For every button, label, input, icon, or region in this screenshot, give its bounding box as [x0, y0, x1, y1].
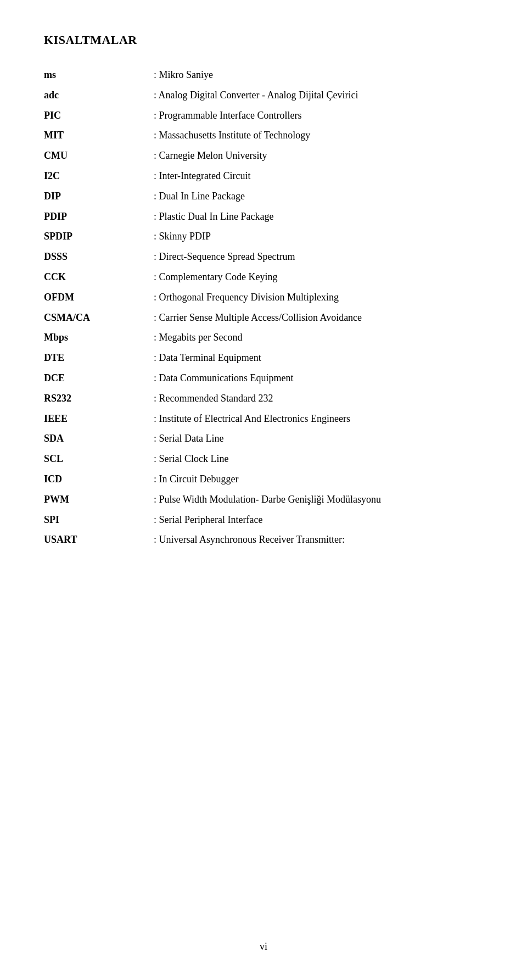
abbreviations-table: ms: Mikro Saniyeadc: Analog Digital Conv…	[44, 65, 483, 550]
table-row: DCE: Data Communications Equipment	[44, 368, 483, 388]
abbr-definition: : In Circuit Debugger	[154, 469, 483, 489]
table-row: ICD: In Circuit Debugger	[44, 469, 483, 489]
abbr-term: PDIP	[44, 207, 154, 227]
abbr-term: USART	[44, 530, 154, 550]
abbr-term: OFDM	[44, 287, 154, 308]
abbr-definition: : Plastic Dual In Line Package	[154, 207, 483, 227]
abbr-definition: : Carrier Sense Multiple Access/Collisio…	[154, 308, 483, 328]
abbr-term: Mbps	[44, 327, 154, 348]
table-row: PDIP: Plastic Dual In Line Package	[44, 207, 483, 227]
abbr-definition: : Carnegie Melon University	[154, 146, 483, 166]
abbr-term: CMU	[44, 146, 154, 166]
table-row: MIT: Massachusetts Institute of Technolo…	[44, 125, 483, 146]
table-row: IEEE: Institute of Electrical And Electr…	[44, 409, 483, 429]
abbr-definition: : Serial Peripheral Interface	[154, 510, 483, 530]
abbr-definition: : Programmable Interface Controllers	[154, 105, 483, 126]
abbr-definition: : Institute of Electrical And Electronic…	[154, 409, 483, 429]
abbr-definition: : Recommended Standard 232	[154, 388, 483, 409]
abbr-definition: : Direct-Sequence Spread Spectrum	[154, 247, 483, 267]
table-row: Mbps: Megabits per Second	[44, 327, 483, 348]
abbr-term: ICD	[44, 469, 154, 489]
abbr-term: IEEE	[44, 409, 154, 429]
abbr-definition: : Orthogonal Frequency Division Multiple…	[154, 287, 483, 308]
abbr-term: I2C	[44, 166, 154, 186]
page-footer: vi	[0, 941, 527, 953]
abbr-term: CCK	[44, 267, 154, 287]
table-row: SCL: Serial Clock Line	[44, 449, 483, 469]
abbr-term: CSMA/CA	[44, 308, 154, 328]
table-row: adc: Analog Digital Converter - Analog D…	[44, 85, 483, 105]
abbr-definition: : Mikro Saniye	[154, 65, 483, 85]
table-row: SDA: Serial Data Line	[44, 428, 483, 449]
abbr-definition: : Complementary Code Keying	[154, 267, 483, 287]
table-row: USART: Universal Asynchronous Receiver T…	[44, 530, 483, 550]
table-row: CMU: Carnegie Melon University	[44, 146, 483, 166]
abbr-term: DTE	[44, 348, 154, 368]
table-row: DTE: Data Terminal Equipment	[44, 348, 483, 368]
abbr-term: SCL	[44, 449, 154, 469]
abbr-term: DSSS	[44, 247, 154, 267]
table-row: DSSS: Direct-Sequence Spread Spectrum	[44, 247, 483, 267]
table-row: CCK: Complementary Code Keying	[44, 267, 483, 287]
abbr-term: PWM	[44, 489, 154, 510]
abbr-term: adc	[44, 85, 154, 105]
abbr-term: SPI	[44, 510, 154, 530]
abbr-definition: : Serial Data Line	[154, 428, 483, 449]
abbr-definition: : Dual In Line Package	[154, 186, 483, 207]
page-title: KISALTMALAR	[44, 33, 483, 47]
abbr-definition: : Universal Asynchronous Receiver Transm…	[154, 530, 483, 550]
table-row: I2C: Inter-Integrated Circuit	[44, 166, 483, 186]
abbr-term: PIC	[44, 105, 154, 126]
table-row: ms: Mikro Saniye	[44, 65, 483, 85]
abbr-definition: : Megabits per Second	[154, 327, 483, 348]
table-row: OFDM: Orthogonal Frequency Division Mult…	[44, 287, 483, 308]
abbr-definition: : Skinny PDIP	[154, 226, 483, 247]
table-row: PWM: Pulse Width Modulation- Darbe Geniş…	[44, 489, 483, 510]
abbr-term: MIT	[44, 125, 154, 146]
abbr-definition: : Analog Digital Converter - Analog Diji…	[154, 85, 483, 105]
abbr-definition: : Data Communications Equipment	[154, 368, 483, 388]
table-row: DIP: Dual In Line Package	[44, 186, 483, 207]
abbr-term: SDA	[44, 428, 154, 449]
abbr-definition: : Data Terminal Equipment	[154, 348, 483, 368]
abbr-definition: : Massachusetts Institute of Technology	[154, 125, 483, 146]
table-row: CSMA/CA: Carrier Sense Multiple Access/C…	[44, 308, 483, 328]
abbr-definition: : Serial Clock Line	[154, 449, 483, 469]
table-row: SPI: Serial Peripheral Interface	[44, 510, 483, 530]
abbr-term: SPDIP	[44, 226, 154, 247]
abbr-definition: : Pulse Width Modulation- Darbe Genişliğ…	[154, 489, 483, 510]
abbr-term: ms	[44, 65, 154, 85]
abbr-term: RS232	[44, 388, 154, 409]
abbr-term: DCE	[44, 368, 154, 388]
abbr-definition: : Inter-Integrated Circuit	[154, 166, 483, 186]
table-row: RS232: Recommended Standard 232	[44, 388, 483, 409]
abbr-term: DIP	[44, 186, 154, 207]
table-row: PIC: Programmable Interface Controllers	[44, 105, 483, 126]
table-row: SPDIP: Skinny PDIP	[44, 226, 483, 247]
